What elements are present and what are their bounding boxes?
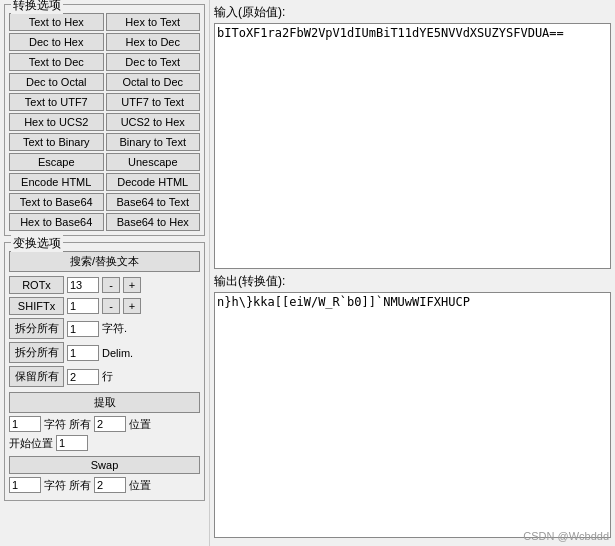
swap-chars-input[interactable] <box>9 477 41 493</box>
start-pos-row: 开始位置 <box>9 435 200 451</box>
rotx-btn[interactable]: ROTx <box>9 276 64 294</box>
btn-text-to-hex[interactable]: Text to Hex <box>9 13 104 31</box>
split-parts-suffix: Delim. <box>102 347 133 359</box>
extract-chars-input[interactable] <box>9 416 41 432</box>
keep-all-input[interactable] <box>67 369 99 385</box>
output-area: 输出(转换值): <box>214 273 611 538</box>
extract-chars-row: 字符 所有 位置 <box>9 416 200 432</box>
btn-text-to-base64[interactable]: Text to Base64 <box>9 193 104 211</box>
shiftx-plus-btn[interactable]: + <box>123 298 141 314</box>
extract-pos-label: 位置 <box>129 417 151 432</box>
shiftx-row: SHIFTx - + <box>9 297 200 315</box>
btn-octal-to-dec[interactable]: Octal to Dec <box>106 73 201 91</box>
btn-base64-to-text[interactable]: Base64 to Text <box>106 193 201 211</box>
split-all-input[interactable] <box>67 321 99 337</box>
btn-decode-html[interactable]: Decode HTML <box>106 173 201 191</box>
split-all-btn[interactable]: 拆分所有 <box>9 318 64 339</box>
swap-pos-input[interactable] <box>94 477 126 493</box>
right-panel: 输入(原始值): 输出(转换值): CSDN @Wcbddd <box>210 0 615 546</box>
rotx-plus-btn[interactable]: + <box>123 277 141 293</box>
extract-chars-label: 字符 所有 <box>44 417 91 432</box>
start-pos-label: 开始位置 <box>9 436 53 451</box>
keep-all-suffix: 行 <box>102 369 122 384</box>
output-textarea[interactable] <box>214 292 611 538</box>
split-all-suffix: 字符. <box>102 321 127 336</box>
left-panel: 转换选项 Text to Hex Hex to Text Dec to Hex … <box>0 0 210 546</box>
btn-hex-to-text[interactable]: Hex to Text <box>106 13 201 31</box>
swap-chars-label: 字符 所有 <box>44 478 91 493</box>
split-all-row: 拆分所有 字符. <box>9 318 200 339</box>
btn-encode-html[interactable]: Encode HTML <box>9 173 104 191</box>
rotx-input[interactable] <box>67 277 99 293</box>
btn-escape[interactable]: Escape <box>9 153 104 171</box>
split-parts-btn[interactable]: 拆分所有 <box>9 342 64 363</box>
input-label: 输入(原始值): <box>214 4 611 21</box>
btn-unescape[interactable]: Unescape <box>106 153 201 171</box>
btn-base64-to-hex[interactable]: Base64 to Hex <box>106 213 201 231</box>
rotx-row: ROTx - + <box>9 276 200 294</box>
btn-text-to-utf7[interactable]: Text to UTF7 <box>9 93 104 111</box>
btn-dec-to-text[interactable]: Dec to Text <box>106 53 201 71</box>
btn-hex-to-base64[interactable]: Hex to Base64 <box>9 213 104 231</box>
search-replace-btn[interactable]: 搜索/替换文本 <box>9 251 200 272</box>
start-pos-input[interactable] <box>56 435 88 451</box>
watermark: CSDN @Wcbddd <box>523 530 609 542</box>
btn-hex-to-ucs2[interactable]: Hex to UCS2 <box>9 113 104 131</box>
conversion-buttons: Text to Hex Hex to Text Dec to Hex Hex t… <box>9 13 200 231</box>
split-parts-row: 拆分所有 Delim. <box>9 342 200 363</box>
keep-all-row: 保留所有 行 <box>9 366 200 387</box>
transform-section-title: 变换选项 <box>11 235 63 252</box>
shiftx-btn[interactable]: SHIFTx <box>9 297 64 315</box>
btn-text-to-binary[interactable]: Text to Binary <box>9 133 104 151</box>
split-parts-input[interactable] <box>67 345 99 361</box>
btn-dec-to-octal[interactable]: Dec to Octal <box>9 73 104 91</box>
extract-section-btn[interactable]: 提取 <box>9 392 200 413</box>
shiftx-input[interactable] <box>67 298 99 314</box>
btn-binary-to-text[interactable]: Binary to Text <box>106 133 201 151</box>
btn-ucs2-to-hex[interactable]: UCS2 to Hex <box>106 113 201 131</box>
conversion-section-title: 转换选项 <box>11 0 63 14</box>
conversion-group: 转换选项 Text to Hex Hex to Text Dec to Hex … <box>4 4 205 236</box>
swap-chars-row: 字符 所有 位置 <box>9 477 200 493</box>
btn-hex-to-dec[interactable]: Hex to Dec <box>106 33 201 51</box>
btn-dec-to-hex[interactable]: Dec to Hex <box>9 33 104 51</box>
swap-section-btn[interactable]: Swap <box>9 456 200 474</box>
transform-group: 变换选项 搜索/替换文本 ROTx - + SHIFTx - + 拆分所有 字符… <box>4 242 205 501</box>
extract-pos-input[interactable] <box>94 416 126 432</box>
btn-text-to-dec[interactable]: Text to Dec <box>9 53 104 71</box>
input-textarea[interactable] <box>214 23 611 269</box>
input-area: 输入(原始值): <box>214 4 611 269</box>
rotx-minus-btn[interactable]: - <box>102 277 120 293</box>
btn-utf7-to-text[interactable]: UTF7 to Text <box>106 93 201 111</box>
swap-pos-label: 位置 <box>129 478 151 493</box>
shiftx-minus-btn[interactable]: - <box>102 298 120 314</box>
output-label: 输出(转换值): <box>214 273 611 290</box>
keep-all-btn[interactable]: 保留所有 <box>9 366 64 387</box>
